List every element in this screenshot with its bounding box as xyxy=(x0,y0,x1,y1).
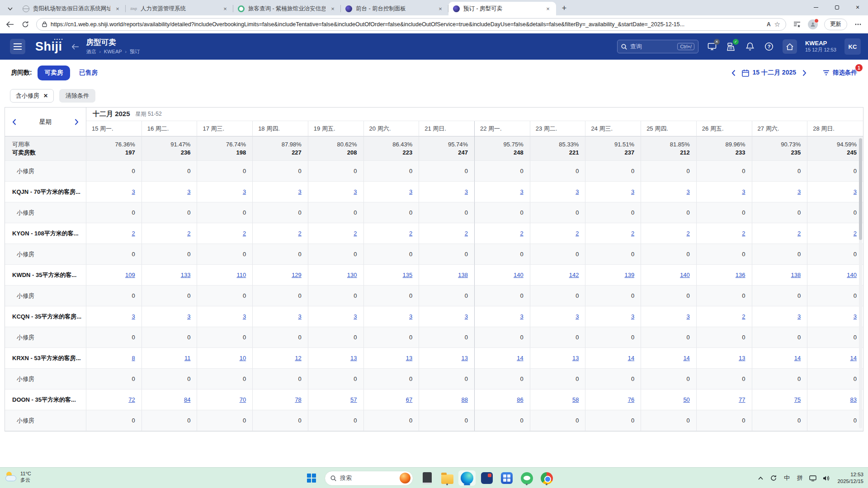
availability-link[interactable]: 3 xyxy=(132,313,135,320)
availability-link[interactable]: 3 xyxy=(465,313,468,320)
availability-link[interactable]: 13 xyxy=(406,355,412,361)
read-aloud-icon[interactable]: A xyxy=(767,21,771,28)
availability-link[interactable]: 50 xyxy=(683,396,689,403)
previous-date-icon[interactable] xyxy=(731,70,736,76)
availability-link[interactable]: 67 xyxy=(406,396,412,403)
filter-chip-oos[interactable]: 含小修房 ✕ xyxy=(10,89,54,103)
table-scrollbar[interactable] xyxy=(859,137,862,428)
availability-link[interactable]: 2 xyxy=(409,230,412,237)
availability-link[interactable]: 3 xyxy=(520,313,523,320)
availability-link[interactable]: 2 xyxy=(797,230,801,237)
availability-link[interactable]: 3 xyxy=(409,188,412,195)
minimize-button[interactable] xyxy=(806,0,826,14)
filter-conditions-button[interactable]: 筛选条件 1 xyxy=(823,69,857,77)
notifications-bell-icon[interactable] xyxy=(745,41,755,52)
availability-link[interactable]: 139 xyxy=(624,272,634,278)
availability-link[interactable]: 13 xyxy=(350,355,357,361)
back-icon[interactable] xyxy=(5,20,14,29)
calculator-taskbar-icon[interactable] xyxy=(498,470,515,486)
availability-link[interactable]: 77 xyxy=(739,396,745,403)
availability-link[interactable]: 10 xyxy=(240,355,246,361)
browser-update-button[interactable]: 更新 xyxy=(824,19,847,30)
favorites-bar-icon[interactable] xyxy=(793,20,802,29)
availability-link[interactable]: 57 xyxy=(350,396,357,403)
remove-filter-icon[interactable]: ✕ xyxy=(43,93,48,99)
availability-link[interactable]: 3 xyxy=(298,188,302,195)
availability-link[interactable]: 3 xyxy=(631,188,634,195)
availability-link[interactable]: 138 xyxy=(458,272,468,278)
availability-link[interactable]: 78 xyxy=(295,396,301,403)
address-bar[interactable]: https://cn1.web.ep.shiji.world/reports/a… xyxy=(36,18,786,31)
browser-tab-5[interactable]: 预订 - 房型可卖× xyxy=(448,2,556,15)
availability-link[interactable]: 3 xyxy=(520,188,523,195)
availability-link[interactable]: 2 xyxy=(576,230,579,237)
availability-link[interactable]: 135 xyxy=(403,272,413,278)
next-week-icon[interactable] xyxy=(75,119,79,125)
wechat-taskbar-icon[interactable] xyxy=(518,470,535,486)
taskbar-weather[interactable]: 11°C 多云 xyxy=(5,470,31,483)
global-search-input[interactable]: 查询 Ctrl+/ xyxy=(617,40,698,53)
sold-rooms-toggle[interactable]: 已售房 xyxy=(79,69,98,77)
availability-link[interactable]: 3 xyxy=(854,188,857,195)
ime-language-indicator[interactable]: 中 xyxy=(783,474,790,482)
availability-link[interactable]: 13 xyxy=(462,355,468,361)
clear-filters-button[interactable]: 清除条件 xyxy=(59,89,95,103)
availability-link[interactable]: 110 xyxy=(236,272,246,278)
availability-link[interactable]: 2 xyxy=(742,313,745,320)
close-button[interactable]: × xyxy=(847,0,868,14)
availability-link[interactable]: 2 xyxy=(243,230,246,237)
availability-link[interactable]: 3 xyxy=(631,313,634,320)
browser-tab-4[interactable]: 前台 - 前台控制面板× xyxy=(341,2,448,15)
availability-link[interactable]: 3 xyxy=(576,188,579,195)
availability-link[interactable]: 140 xyxy=(680,272,690,278)
availability-link[interactable]: 72 xyxy=(128,396,135,403)
taskbar-search-input[interactable]: 搜索 xyxy=(325,471,413,486)
taskbar-clock[interactable]: 12:53 2025/12/15 xyxy=(837,471,863,485)
availability-link[interactable]: 3 xyxy=(298,313,302,320)
date-picker[interactable]: 15 十二月 2025 xyxy=(742,69,797,77)
availability-link[interactable]: 2 xyxy=(187,230,190,237)
breadcrumb-hotel[interactable]: 酒店 xyxy=(86,48,96,55)
availability-link[interactable]: 11 xyxy=(184,355,191,361)
availability-link[interactable]: 3 xyxy=(854,313,857,320)
availability-link[interactable]: 3 xyxy=(354,313,357,320)
help-icon[interactable]: ? xyxy=(764,41,774,52)
availability-link[interactable]: 3 xyxy=(687,188,690,195)
availability-link[interactable]: 58 xyxy=(572,396,579,403)
availability-link[interactable]: 136 xyxy=(736,272,745,278)
available-rooms-toggle[interactable]: 可卖房 xyxy=(38,66,71,80)
tab-close-icon[interactable]: × xyxy=(114,5,121,12)
availability-link[interactable]: 14 xyxy=(794,355,801,361)
availability-link[interactable]: 12 xyxy=(295,355,301,361)
availability-link[interactable]: 2 xyxy=(465,230,468,237)
availability-link[interactable]: 3 xyxy=(243,313,246,320)
availability-link[interactable]: 133 xyxy=(181,272,191,278)
availability-link[interactable]: 3 xyxy=(687,313,690,320)
availability-link[interactable]: 14 xyxy=(517,355,523,361)
tab-close-icon[interactable]: × xyxy=(222,5,229,12)
availability-link[interactable]: 3 xyxy=(797,188,801,195)
ime-scheme-indicator[interactable]: 拼 xyxy=(796,474,803,482)
workstation-icon[interactable]: ✕ xyxy=(707,41,717,52)
availability-link[interactable]: 2 xyxy=(132,230,135,237)
refresh-icon[interactable] xyxy=(21,20,30,29)
browser-tab-2[interactable]: Shiji人力资源管理系统× xyxy=(126,2,233,15)
volume-icon[interactable] xyxy=(822,475,830,481)
availability-link[interactable]: 2 xyxy=(520,230,523,237)
availability-link[interactable]: 109 xyxy=(125,272,135,278)
availability-link[interactable]: 138 xyxy=(791,272,801,278)
edge-taskbar-icon[interactable] xyxy=(458,470,476,486)
cashier-icon[interactable]: ✓ xyxy=(726,41,736,52)
availability-link[interactable]: 88 xyxy=(462,396,468,403)
chrome-taskbar-icon[interactable] xyxy=(538,470,555,486)
availability-link[interactable]: 2 xyxy=(854,230,857,237)
hidden-icons-chevron-icon[interactable] xyxy=(757,477,764,480)
folder-taskbar-icon[interactable] xyxy=(439,470,456,486)
availability-link[interactable]: 14 xyxy=(628,355,634,361)
availability-link[interactable]: 3 xyxy=(742,188,745,195)
tab-close-icon[interactable]: × xyxy=(437,5,444,12)
availability-link[interactable]: 13 xyxy=(572,355,579,361)
availability-link[interactable]: 83 xyxy=(850,396,857,403)
browser-menu-icon[interactable] xyxy=(854,20,863,29)
scrollbar-thumb[interactable] xyxy=(859,138,862,240)
